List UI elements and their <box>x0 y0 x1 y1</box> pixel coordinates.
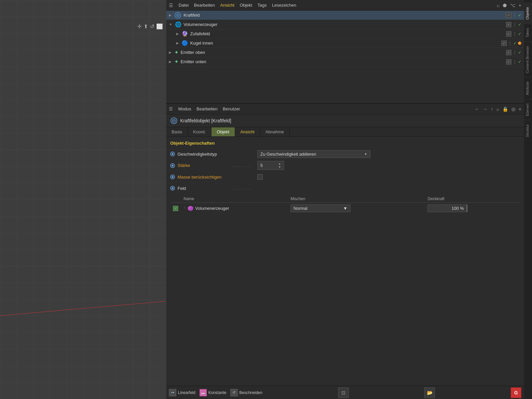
forward-icon[interactable]: → <box>483 106 487 112</box>
opacity-field[interactable]: 100 % <box>428 204 467 212</box>
ctrl-check-1[interactable]: ✓ <box>518 13 521 18</box>
field-checkbox[interactable]: ✓ <box>173 206 178 211</box>
ctrl-box-2[interactable]: ✓ <box>506 22 511 27</box>
select-rect-button[interactable]: ⊡ <box>338 387 349 398</box>
ctrl-check-2[interactable]: ✓ <box>518 22 521 27</box>
tab-objekt[interactable]: Objekt <box>211 127 235 136</box>
record-icon[interactable]: ◎ <box>511 106 515 112</box>
sidebar-tab-ebenen[interactable]: Ebenen <box>524 99 532 120</box>
ctrl-dots-2: ⋮ <box>513 22 517 27</box>
emitter-unten-label: Emitter unten <box>181 59 504 64</box>
attr-bearbeiten[interactable]: Bearbeiten <box>197 106 217 111</box>
g-icon: G <box>514 390 518 395</box>
konstante-icon: ▬ <box>200 389 207 396</box>
lock-icon[interactable]: 🔒 <box>502 106 508 112</box>
beschneiden-button[interactable]: ↺ Beschneiden <box>230 389 262 396</box>
feld-label: Feld <box>178 186 231 191</box>
ctrl-check-3[interactable]: ✓ <box>518 32 521 36</box>
object-icon[interactable]: ⬟ <box>503 3 507 8</box>
hamburger-menu[interactable]: ☰ <box>169 3 173 8</box>
field-indent-icon: └ <box>184 206 186 210</box>
radio-inner-3 <box>172 176 174 178</box>
beschneiden-label: Beschneiden <box>239 390 262 395</box>
menu-datei[interactable]: Datei <box>179 3 189 8</box>
up-icon[interactable]: ↑ <box>491 106 493 112</box>
menu-objekt[interactable]: Objekt <box>240 3 252 8</box>
folder-icon: 📂 <box>427 390 433 395</box>
sidebar-tab-struktur[interactable]: Struktur <box>524 120 532 141</box>
masse-checkbox[interactable] <box>257 174 263 180</box>
ctrl-box-3[interactable]: ✓ <box>506 31 511 37</box>
kugel-label: Kugel innen <box>190 41 499 46</box>
tab-koord[interactable]: Koord. <box>188 127 211 136</box>
staerke-label: Stärke <box>178 163 231 168</box>
menu-bearbeiten[interactable]: Bearbeiten <box>194 3 215 8</box>
filter-icon[interactable]: ⌥ <box>510 3 515 8</box>
staerke-input[interactable]: 5 ▲ ▼ <box>257 161 284 170</box>
ctrl-check-4[interactable]: ✓ <box>513 41 517 46</box>
radio-masse[interactable] <box>170 175 175 179</box>
object-item-emitter-oben[interactable]: ▶ ✦ Emitter oben ✓ ⋮ ✓ <box>166 48 524 57</box>
ctrl-check-6[interactable]: ✓ <box>518 60 521 64</box>
object-item-volumenerzeuger[interactable]: ▼ 🌐 Volumenerzeuger ✓ ⋮ ✓ <box>166 20 524 29</box>
ctrl-box-4[interactable]: ✓ <box>501 41 507 46</box>
right-panels: ☰ Datei Bearbeiten Ansicht Objekt Tags L… <box>166 0 524 399</box>
geschwindigkeit-label: Geschwindigkeitstyp <box>178 152 231 157</box>
attr-benutzer[interactable]: Benutzer <box>223 106 240 111</box>
menu-tags[interactable]: Tags <box>257 3 266 8</box>
menu-lesezeichen[interactable]: Lesezeichen <box>272 3 296 8</box>
search-icon[interactable]: ⌕ <box>497 3 499 8</box>
sidebar-tab-attribute[interactable]: Attribute <box>524 77 532 99</box>
kugel-icon: 🔵 <box>182 40 188 46</box>
property-tabs: Basis Koord. Objekt Ansicht Abnahme <box>166 127 524 137</box>
spinner-up[interactable]: ▲ <box>278 162 281 166</box>
add-attr-icon[interactable]: + <box>519 106 521 112</box>
tab-abnahme[interactable]: Abnahme <box>260 127 290 136</box>
field-row-0: ✓ └ Volumenerzeuger <box>170 203 520 214</box>
menu-ansicht[interactable]: Ansicht <box>220 3 234 8</box>
sidebar-tab-objekte[interactable]: Objekte <box>524 3 532 24</box>
folder-button[interactable]: 📂 <box>424 387 435 398</box>
g-button[interactable]: G <box>511 387 521 398</box>
move-icon[interactable]: ✛ <box>137 23 142 30</box>
radio-staerke[interactable] <box>170 163 175 168</box>
sidebar-tab-takes[interactable]: Takes <box>524 24 532 42</box>
konstante-button[interactable]: ▬ Konstante <box>200 389 226 396</box>
field-mix-cell: Normal ▼ <box>288 203 425 214</box>
dropdown-arrow: ▼ <box>364 152 367 156</box>
radio-inner-2 <box>172 165 174 167</box>
refresh-icon[interactable]: ↺ <box>150 23 154 30</box>
field-name-label: Volumenerzeuger <box>195 206 229 211</box>
up-icon[interactable]: ⬆ <box>144 23 148 30</box>
object-item-kugel[interactable]: ▶ 🔵 Kugel innen ✓ ⋮ ✓ <box>166 39 524 48</box>
spinner-down[interactable]: ▼ <box>278 166 281 169</box>
zufallsfeld-label: Zufallsfeld <box>190 31 504 36</box>
ctrl-box-6[interactable]: ✓ <box>506 59 511 65</box>
ctrl-box-1[interactable]: ✓ <box>506 13 511 18</box>
add-icon[interactable]: + <box>519 3 521 8</box>
object-type-icon <box>170 117 178 124</box>
tab-basis[interactable]: Basis <box>166 127 188 136</box>
object-item-zufallsfeld[interactable]: ▶ 🔮 Zufallsfeld ✓ ⋮ ✓ <box>166 29 524 39</box>
sidebar-tab-content[interactable]: Content Browser <box>524 42 532 77</box>
mix-dropdown[interactable]: Normal ▼ <box>291 204 350 212</box>
ctrl-box-5[interactable]: ✓ <box>506 50 511 55</box>
search-icon-attr[interactable]: ⌕ <box>496 106 499 112</box>
svg-point-5 <box>173 120 175 121</box>
expand-icon[interactable]: ⬜ <box>156 23 163 30</box>
radio-feld[interactable] <box>170 186 175 191</box>
emitter-oben-controls: ✓ ⋮ ✓ <box>506 50 521 55</box>
radio-geschwindigkeit[interactable] <box>170 152 175 156</box>
tab-ansicht[interactable]: Ansicht <box>235 127 260 136</box>
object-item-emitter-unten[interactable]: ▶ ✦ Emitter unten ✓ ⋮ ✓ <box>166 57 524 66</box>
back-icon[interactable]: ← <box>475 106 479 112</box>
object-item-kraftfeld[interactable]: ▶ Kraftfeld ✓ ⋮ ✓ <box>166 11 524 20</box>
attr-hamburger[interactable]: ☰ <box>169 106 173 111</box>
konstante-label: Konstante <box>208 390 226 395</box>
attr-modus[interactable]: Modus <box>178 106 191 111</box>
mix-value: Normal <box>294 206 308 211</box>
geschwindigkeit-dropdown[interactable]: Zu Geschwindigkeit addieren ▼ <box>257 150 370 158</box>
emitter-unten-controls: ✓ ⋮ ✓ <box>506 59 521 65</box>
linearfeld-button[interactable]: ↦ Linearfeld <box>169 389 196 396</box>
ctrl-check-5[interactable]: ✓ <box>518 50 521 55</box>
